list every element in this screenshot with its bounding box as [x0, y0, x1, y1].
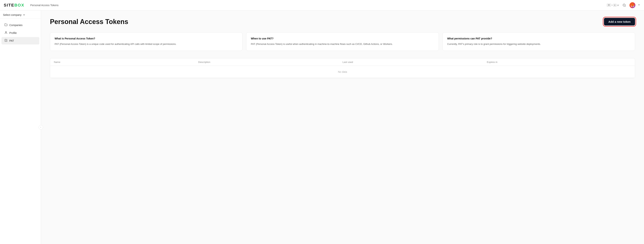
- info-card-2: What permissions can PAT provide? Curren…: [442, 32, 635, 51]
- layout: Select company Companies: [0, 10, 644, 244]
- or-text: or: [617, 4, 619, 6]
- search-icon: [622, 3, 626, 7]
- logo-box-text: BOX: [14, 3, 24, 7]
- logo: SITEBOX: [4, 3, 24, 8]
- logo-site-text: SITE: [4, 3, 14, 7]
- info-card-2-title: What permissions can PAT provide?: [447, 37, 630, 40]
- company-select[interactable]: Select company: [0, 10, 41, 19]
- sidebar-nav: Companies Profile PAT: [0, 19, 41, 244]
- svg-point-2: [6, 31, 6, 32]
- search-button[interactable]: [621, 2, 627, 8]
- company-select-label: Select company: [3, 13, 22, 16]
- svg-line-1: [625, 6, 625, 6]
- info-card-0-title: What is Personal Access Token?: [54, 37, 238, 40]
- tokens-table: Name Description Last used Expires in No…: [50, 58, 635, 78]
- sidebar-item-companies[interactable]: Companies: [2, 21, 39, 29]
- table-empty-state: No data: [50, 66, 635, 78]
- info-card-1: When to use PAT? PAT (Personal Access To…: [246, 32, 439, 51]
- col-name: Name: [54, 61, 198, 63]
- main-content: Personal Access Tokens Add a new token W…: [41, 10, 644, 244]
- sidebar-item-pat[interactable]: PAT: [2, 37, 39, 44]
- info-card-0-text: PAT (Personal Access Token) is a unique …: [54, 42, 238, 46]
- navbar: SITEBOX Personal Access Tokens ⌘ + K or …: [0, 0, 644, 10]
- k-key: K: [613, 4, 616, 7]
- col-last-used: Last used: [342, 61, 487, 63]
- avatar[interactable]: 🦊: [630, 2, 636, 8]
- page-header: Personal Access Tokens Add a new token: [50, 18, 635, 26]
- sidebar-item-companies-label: Companies: [9, 24, 22, 27]
- avatar-emoji: 🦊: [630, 3, 634, 7]
- chevron-down-icon: [638, 3, 640, 6]
- sidebar-item-profile-label: Profile: [9, 31, 17, 34]
- info-cards: What is Personal Access Token? PAT (Pers…: [50, 32, 635, 51]
- navbar-right: ⌘ + K or 🦊: [607, 2, 640, 8]
- checklist-icon: [4, 39, 8, 43]
- info-card-2-text: Currently, PAT's primary role is to gran…: [447, 42, 630, 46]
- sidebar-item-pat-label: PAT: [9, 39, 14, 42]
- col-expires-in: Expires in: [487, 61, 631, 63]
- info-card-0: What is Personal Access Token? PAT (Pers…: [50, 32, 242, 51]
- folder-icon: [4, 23, 8, 27]
- sidebar-collapse-button[interactable]: ‹: [38, 125, 43, 130]
- keyboard-shortcut: ⌘ + K or: [607, 3, 619, 7]
- info-card-1-title: When to use PAT?: [251, 37, 434, 40]
- sidebar: Select company Companies: [0, 10, 41, 244]
- table-header: Name Description Last used Expires in: [50, 58, 635, 66]
- page-title: Personal Access Tokens: [50, 18, 128, 26]
- info-card-1-text: PAT (Personal Access Token) is useful wh…: [251, 42, 434, 46]
- user-icon: [4, 31, 8, 35]
- sidebar-item-profile[interactable]: Profile: [2, 29, 39, 37]
- col-description: Description: [198, 61, 343, 63]
- navbar-page-title: Personal Access Tokens: [30, 4, 607, 7]
- plus-symbol: +: [612, 4, 613, 6]
- cmd-key: ⌘: [607, 3, 611, 7]
- add-token-button[interactable]: Add a new token: [604, 18, 635, 25]
- chevron-down-icon: [23, 13, 25, 16]
- user-menu-chevron[interactable]: [638, 3, 640, 7]
- collapse-icon: ‹: [40, 126, 41, 128]
